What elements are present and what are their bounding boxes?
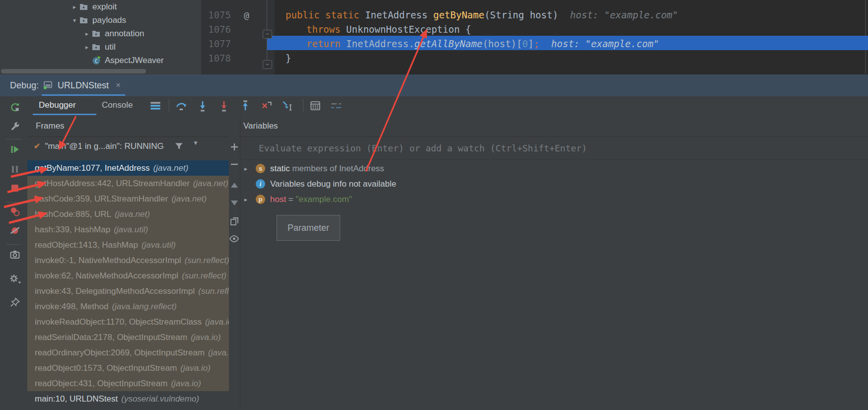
stack-frame-row[interactable]: getHostAddress:442, URLStreamHandler(jav… xyxy=(27,176,229,191)
pin-icon[interactable] xyxy=(8,296,21,309)
code-line[interactable]: } xyxy=(286,51,291,66)
variables-panel: Variables Evaluate expression (Enter) or… xyxy=(240,115,868,410)
frame-location-text: hashCode:359, URLStreamHandler xyxy=(35,194,168,204)
pause-icon[interactable] xyxy=(8,163,21,176)
wrench-icon[interactable] xyxy=(8,121,21,134)
tree-horizontal-scrollbar[interactable] xyxy=(1,69,146,73)
close-icon[interactable]: × xyxy=(116,80,121,90)
folder-icon xyxy=(92,30,103,37)
resume-icon[interactable] xyxy=(8,143,21,156)
chevron-right-icon[interactable]: ▸ xyxy=(82,44,92,51)
rerun-icon[interactable] xyxy=(8,101,21,114)
evaluate-expression-input[interactable]: Evaluate expression (Enter) or add a wat… xyxy=(240,137,868,160)
code-line[interactable]: return InetAddress.getAllByName(host)[0]… xyxy=(306,37,659,51)
fold-marker-icon[interactable]: − xyxy=(263,30,272,39)
inline-parameter-hint: host: "example.com" xyxy=(570,9,678,20)
debug-toolwindow-header: Debug: URLDNStest × xyxy=(0,74,868,96)
frame-location-text: readOrdinaryObject:2069, ObjectInputStre… xyxy=(35,348,205,357)
code-token: 0 xyxy=(522,38,528,49)
fold-marker-icon[interactable]: − xyxy=(263,60,272,69)
stack-frame-row[interactable]: main:10, URLDNStest(ysoserial.vulndemo) xyxy=(27,391,229,407)
frame-package: (java.io) xyxy=(205,317,229,327)
thread-status-icon: ✔ xyxy=(34,141,40,151)
debug-tab-title: URLDNStest xyxy=(58,80,109,91)
stack-frame-row[interactable]: hashCode:359, URLStreamHandler(java.net) xyxy=(27,191,229,206)
stack-frame-row[interactable]: getByName:1077, InetAddress(java.net) xyxy=(27,160,229,176)
frame-location-text: getHostAddress:442, URLStreamHandler xyxy=(35,179,190,188)
filter-funnel-icon[interactable] xyxy=(174,141,184,154)
step-out-icon[interactable] xyxy=(239,99,252,112)
run-to-cursor-icon[interactable] xyxy=(281,99,294,112)
chevron-right-icon[interactable]: ▸ xyxy=(82,30,92,37)
toolbar-separator xyxy=(169,99,169,112)
annotation-gutter-icon[interactable]: @ xyxy=(244,8,249,22)
tab-console[interactable]: Console xyxy=(102,96,133,115)
mute-breakpoints-icon[interactable] xyxy=(8,224,21,237)
chevron-right-icon[interactable]: ▸ xyxy=(244,196,253,203)
stack-frame-row[interactable]: readOrdinaryObject:2069, ObjectInputStre… xyxy=(27,345,229,360)
tree-item[interactable]: ▾payloads xyxy=(5,13,201,27)
code-line[interactable]: throws UnknownHostException { xyxy=(306,22,471,37)
stack-frame-row[interactable]: hashCode:885, URL(java.net) xyxy=(27,206,229,222)
drop-frame-icon[interactable] xyxy=(260,99,273,112)
remove-icon[interactable] xyxy=(229,159,239,169)
stack-frame-row[interactable]: invoke0:-1, NativeMethodAccessorImpl(sun… xyxy=(27,253,229,268)
stack-frame-row[interactable]: invoke:498, Method(java.lang.reflect) xyxy=(27,299,229,314)
trace-stream-icon[interactable] xyxy=(330,99,343,112)
frame-package: (java.util) xyxy=(142,240,176,250)
frame-package: (java.io) xyxy=(180,363,210,373)
svg-text:C: C xyxy=(95,59,98,64)
add-icon[interactable] xyxy=(229,141,239,152)
show-watches-icon[interactable] xyxy=(229,233,239,244)
folder-icon xyxy=(79,16,90,24)
tree-item[interactable]: ▸util xyxy=(5,40,201,54)
debug-session-tab[interactable]: URLDNStest × xyxy=(43,74,121,96)
stack-frame-row[interactable]: invokeReadObject:1170, ObjectStreamClass… xyxy=(27,314,229,330)
active-tab-underline xyxy=(42,94,125,96)
toolbar-separator xyxy=(6,244,21,245)
variables-header: Variables xyxy=(240,115,868,137)
chevron-right-icon[interactable]: ▸ xyxy=(244,165,253,172)
tab-debugger[interactable]: Debugger xyxy=(39,96,76,115)
frame-package: (java.io) xyxy=(208,348,229,357)
camera-icon[interactable] xyxy=(8,248,21,261)
line-number: 1078 xyxy=(205,51,231,66)
duplicate-icon[interactable] xyxy=(229,216,239,226)
layout-menu-icon[interactable] xyxy=(149,99,162,112)
step-over-icon[interactable] xyxy=(175,99,188,112)
variable-text: host = "example.com" xyxy=(270,195,352,205)
view-breakpoints-icon[interactable] xyxy=(8,205,21,218)
variable-row[interactable]: ▸phost = "example.com" xyxy=(240,192,868,207)
stack-frame-row[interactable]: invoke:43, DelegatingMethodAccessorImpl(… xyxy=(27,283,229,299)
code-token: InetAddress. xyxy=(346,38,414,49)
stack-frame-row[interactable]: readObject:1413, HashMap(java.util) xyxy=(27,237,229,253)
stack-frame-row[interactable]: readSerialData:2178, ObjectInputStream(j… xyxy=(27,330,229,345)
static-members-icon: s xyxy=(256,164,265,173)
tree-item[interactable]: CAspectJWeaver xyxy=(5,54,201,67)
evaluate-expression-icon[interactable] xyxy=(309,99,322,112)
settings-gear-icon[interactable] xyxy=(8,272,21,285)
stop-icon[interactable] xyxy=(8,182,21,195)
thread-label: "main"@1 in g...ain": RUNNING xyxy=(45,141,163,151)
chevron-down-icon[interactable]: ▼ xyxy=(193,139,199,146)
stack-frame-row[interactable]: readObject:431, ObjectInputStream(java.i… xyxy=(27,376,229,391)
move-down-icon[interactable] xyxy=(229,198,239,208)
variable-row[interactable]: ▸sstatic members of InetAddress xyxy=(240,161,868,176)
stack-frame-row[interactable]: hash:339, HashMap(java.util) xyxy=(27,222,229,237)
thread-selector[interactable]: ✔ "main"@1 in g...ain": RUNNING ▼ xyxy=(27,137,229,155)
stack-frame-row[interactable]: invoke:62, NativeMethodAccessorImpl(sun.… xyxy=(27,268,229,283)
tree-item[interactable]: ▸exploit xyxy=(5,0,201,13)
move-up-icon[interactable] xyxy=(229,180,239,190)
stack-frame-row[interactable]: readObject0:1573, ObjectInputStream(java… xyxy=(27,360,229,376)
chevron-right-icon[interactable]: ▸ xyxy=(70,3,79,10)
editor-top-section: ▸exploit▾payloads▸annotation▸utilCAspect… xyxy=(0,0,868,74)
variable-text-segment: static xyxy=(270,164,290,173)
code-token: (host)[ xyxy=(483,38,522,49)
tree-item[interactable]: ▸annotation xyxy=(5,27,201,40)
force-step-into-icon[interactable] xyxy=(217,99,230,112)
code-line[interactable]: public static InetAddress getByName(Stri… xyxy=(286,8,678,22)
variable-row[interactable]: iVariables debug info not available xyxy=(240,176,868,192)
frame-location-text: readObject:431, ObjectInputStream xyxy=(35,379,167,388)
chevron-down-icon[interactable]: ▾ xyxy=(70,17,79,24)
step-into-icon[interactable] xyxy=(196,99,209,112)
